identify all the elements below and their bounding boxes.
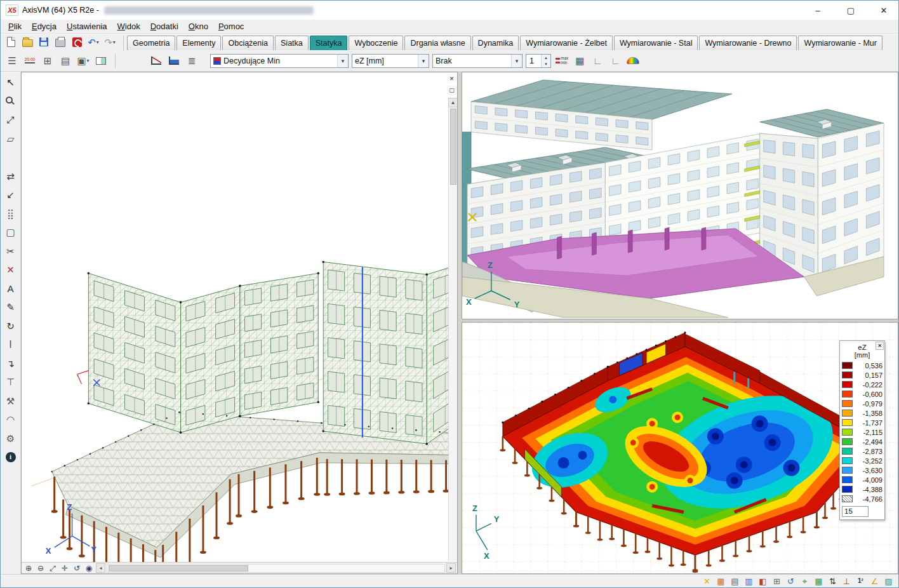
stories-button[interactable]: ☰	[4, 53, 20, 69]
tab-geometria[interactable]: Geometria	[127, 36, 175, 50]
undo-button[interactable]: ↶▾	[86, 34, 101, 50]
layers-dropdown-arrow[interactable]: ▾	[87, 58, 90, 63]
save-model-button[interactable]	[36, 34, 51, 50]
render-view-button[interactable]: ◧	[757, 575, 769, 587]
legend-close-button[interactable]: ✕	[876, 342, 884, 350]
layers-button[interactable]: ▣▾	[76, 53, 91, 69]
section-x-button[interactable]: ∟	[590, 53, 605, 69]
zoom-out-button[interactable]: ⊖	[35, 563, 46, 573]
vscroll-thumb[interactable]	[450, 109, 456, 185]
tab-wyboczenie[interactable]: Wyboczenie	[349, 36, 403, 50]
local-systems-button[interactable]: ⌖	[799, 575, 811, 587]
new-model-button[interactable]	[3, 34, 18, 50]
supports-button[interactable]: ⊥	[841, 575, 853, 587]
tab-elementy[interactable]: Elementy	[176, 36, 221, 50]
bend-tool-button[interactable]: ↴	[3, 356, 19, 371]
info-button[interactable]: i	[3, 449, 19, 465]
contour-canvas[interactable]: Z Y X	[462, 323, 898, 573]
tab-statyka[interactable]: Statyka	[310, 36, 348, 50]
selection-button[interactable]: ↖	[3, 74, 19, 90]
hscroll-left-button[interactable]: ◂	[96, 563, 105, 573]
display-mode-dropdown-arrow[interactable]: ▾	[511, 55, 522, 67]
tab-siatka[interactable]: Siatka	[275, 36, 309, 50]
tab-wymiarowanie-mur[interactable]: Wymiarowanie - Mur	[798, 36, 882, 50]
tab-obciążenia[interactable]: Obciążenia	[222, 36, 274, 50]
scale-up-button[interactable]: ▴	[542, 55, 550, 61]
close-button[interactable]: ✕	[869, 1, 898, 20]
beam-tool-button[interactable]: ⊤	[3, 374, 19, 390]
maximize-button[interactable]: ▢	[836, 1, 865, 20]
menu-plik[interactable]: Plik	[3, 20, 27, 32]
workplane-button[interactable]: ▱	[3, 131, 19, 147]
color-scale-button[interactable]	[625, 53, 641, 69]
tab-wymiarowanie-drewno[interactable]: Wymiarowanie - Drewno	[699, 36, 797, 50]
translate-button[interactable]: ⇄	[3, 168, 19, 184]
delete-node-button[interactable]: ✕	[3, 262, 19, 277]
render-canvas[interactable]: Z X Y	[462, 72, 898, 319]
dome-tool-button[interactable]: ◠	[3, 411, 19, 427]
color-coding-button[interactable]	[3, 149, 19, 165]
section-y-button[interactable]: ∟	[608, 53, 623, 69]
rotate-view-button[interactable]: ↺	[71, 563, 83, 573]
edit-button[interactable]: ✎	[3, 299, 19, 315]
diagram-line-button[interactable]	[149, 53, 164, 69]
load-case-combo[interactable]: Decydujące Min ▾	[210, 54, 349, 68]
region-select-button[interactable]: ▢	[3, 224, 19, 240]
display-options-button[interactable]	[93, 53, 109, 69]
refresh-view-button[interactable]: ↺	[785, 575, 797, 587]
vertical-scrollbar[interactable]: ▲	[448, 98, 457, 561]
zoom-in-button[interactable]: ⊕	[23, 563, 34, 573]
display-mode-combo[interactable]: Brak ▾	[432, 54, 523, 68]
menu-dodatki[interactable]: Dodatki	[145, 20, 183, 32]
zoom-button[interactable]	[3, 93, 19, 109]
sections-button[interactable]: ▦	[715, 575, 727, 587]
mirror-button[interactable]: ↙	[3, 187, 19, 203]
label-button[interactable]: A	[3, 281, 19, 297]
zoom-fit-button[interactable]: ⤢	[47, 563, 58, 573]
tab-drgania-własne[interactable]: Drgania własne	[404, 36, 470, 50]
minmax-labels-button[interactable]: maxmin	[554, 53, 569, 69]
result-tables-button[interactable]: ▦	[572, 53, 587, 69]
sort-button[interactable]: ⇅	[827, 575, 839, 587]
hscroll-right-button[interactable]: ▸	[446, 563, 456, 573]
cut-button[interactable]: ✂	[3, 243, 19, 259]
fit-view-button[interactable]: ⤢	[3, 112, 19, 128]
undo-dropdown-arrow[interactable]: ▾	[97, 39, 99, 45]
tab-wymiarowanie-stal[interactable]: Wymiarowanie - Stal	[614, 36, 698, 50]
angle-snap-button[interactable]: ∠	[869, 575, 881, 587]
diagram-filled-button[interactable]	[166, 53, 182, 69]
viewport-wireframe[interactable]: Z X Y ✕ ▢ ▲ ⊕⊖⤢✛↺◉ ◂ ▸	[21, 72, 458, 574]
menu-pomoc[interactable]: Pomoc	[213, 20, 249, 32]
horizontal-scrollbar[interactable]	[107, 564, 445, 573]
settings-tool-button[interactable]: ⚙	[3, 431, 19, 446]
column-tool-button[interactable]: Ⅰ	[3, 337, 19, 352]
forge-tool-button[interactable]: ⚒	[3, 393, 19, 409]
mesh-grid-button[interactable]: ⊞	[40, 53, 55, 69]
legend-levels-input[interactable]: 15	[842, 506, 869, 517]
menu-widok[interactable]: Widok	[112, 20, 145, 32]
load-case-dropdown-arrow[interactable]: ▾	[337, 55, 348, 67]
numbering-button[interactable]: 1²	[855, 575, 867, 587]
scale-down-button[interactable]: ▾	[542, 61, 550, 67]
rotate-button[interactable]: ↻	[3, 318, 19, 334]
dimensions-button[interactable]: 20.00	[22, 53, 37, 69]
pdf-export-button[interactable]	[69, 34, 84, 50]
tab-wymiarowanie-żelbet[interactable]: Wymiarowanie - Żelbet	[520, 36, 613, 50]
display-modes-button[interactable]: ▥	[743, 575, 755, 587]
result-component-combo[interactable]: eZ [mm] ▾	[352, 54, 429, 68]
hscroll-thumb[interactable]	[109, 565, 248, 571]
parts-button[interactable]: ✕	[701, 575, 713, 587]
open-model-button[interactable]	[20, 34, 35, 50]
grid-toggle-button[interactable]: ▦	[813, 575, 825, 587]
redo-button[interactable]: ↷▾	[102, 34, 117, 50]
viewport-contour[interactable]: Z Y X ✕ eZ [mm] 0,5360,157-0,222-0,600-0…	[462, 322, 898, 574]
tables-button[interactable]: ▤	[58, 53, 73, 69]
menu-ustawienia[interactable]: Ustawienia	[62, 20, 112, 32]
viewport-maximize-button[interactable]: ▢	[447, 85, 456, 95]
menu-edycja[interactable]: Edycja	[27, 20, 62, 32]
display-tables-button[interactable]: ▤	[729, 575, 741, 587]
viewport-render[interactable]: Z X Y	[462, 72, 898, 319]
print-button[interactable]	[53, 34, 68, 50]
vscroll-up-button[interactable]: ▲	[448, 98, 458, 107]
menu-okno[interactable]: Okno	[183, 20, 213, 32]
